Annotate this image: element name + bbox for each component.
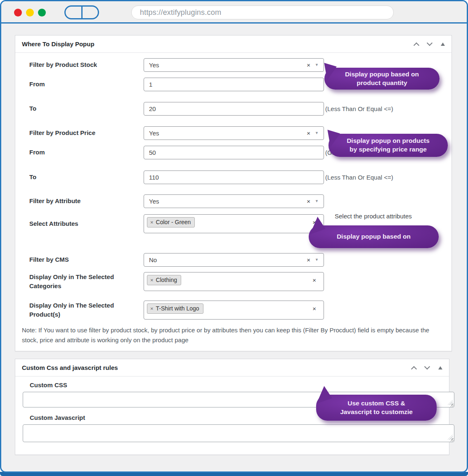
field-label: Filter by Product Stock [29,60,144,70]
tooltip-line: Javascript to customzie [340,408,413,417]
field-label: From [29,80,144,89]
filter-by-product-price-select[interactable]: Yes × ▼ [144,126,324,140]
move-down-icon[interactable] [427,40,433,46]
panel-controls [412,366,442,370]
field-hint: (Less Than Or Equal <=) [325,174,393,181]
field-hint: Select the product attributes [335,213,412,220]
screenshot-root: https://extifyplugins.com Where To Displ… [0,0,468,476]
tooltip-price-range: Display popup on products by specifying … [329,134,448,157]
selected-category-chip: × Clothing [147,275,181,285]
filter-by-cms-select[interactable]: No × ▼ [144,253,324,267]
collapse-panel-icon[interactable] [441,43,445,46]
select-value: Yes [149,198,159,205]
stock-to-input[interactable] [144,102,324,116]
price-to-input[interactable] [144,171,324,184]
stock-from-input[interactable] [144,78,324,91]
tooltip-line: Display popup based on [337,232,411,241]
tooltip-attributes: Display popup based on [309,225,439,248]
select-value: No [149,256,157,263]
back-button[interactable] [66,7,83,18]
tooltip-line: product quantity [357,79,407,88]
field-hint: (Less Than Or Equal <=) [325,105,393,112]
field-label: Filter by CMS [29,255,144,265]
browser-chrome: https://extifyplugins.com [1,1,467,24]
caret-down-icon: ▼ [315,131,319,135]
chip-label: T-Shirt with Logo [156,305,199,312]
selected-attribute-chip: × Color - Green [147,217,195,227]
clear-icon[interactable]: × [307,198,310,205]
move-down-icon[interactable] [424,364,430,369]
field-label: To [29,173,144,182]
remove-chip-icon[interactable]: × [150,305,154,312]
chip-label: Clothing [156,277,177,283]
tooltip-line: by specifying price range [350,145,427,154]
forward-button[interactable] [83,7,98,18]
move-up-icon[interactable] [414,42,419,48]
panel-title: Custom Css and javascript rules [22,364,118,371]
panel-header: Custom Css and javascript rules [15,359,449,377]
field-label: Filter by Attribute [29,197,144,206]
maximize-window-icon[interactable] [38,9,46,17]
selected-categories-multiselect[interactable]: × Clothing × [144,272,324,291]
caret-down-icon: ▼ [315,63,319,67]
select-value: Yes [149,62,159,69]
price-from-input[interactable] [144,146,324,159]
select-attributes-multiselect[interactable]: × Color - Green × [144,214,324,233]
panel-controls [414,42,445,46]
form-row: To (Less Than Or Equal <=) [22,102,444,116]
move-up-icon[interactable] [411,366,417,372]
tooltip-product-quantity: Display popup based on product quantity [324,68,440,90]
form-row: Display Only in The Selected Categories … [22,272,444,291]
collapse-panel-icon[interactable] [438,366,442,369]
clear-icon[interactable]: × [307,62,310,69]
panel-header: Where To Display Popup [15,36,451,53]
selected-product-chip: × T-Shirt with Logo [147,303,203,314]
filter-by-attribute-select[interactable]: Yes × ▼ [144,194,324,208]
filter-by-product-stock-select[interactable]: Yes × ▼ [144,58,324,72]
chip-label: Color - Green [156,219,191,225]
minimize-window-icon[interactable] [26,9,34,17]
textarea-wrapper [23,424,454,442]
browser-window: https://extifyplugins.com Where To Displ… [0,0,468,473]
select-value: Yes [149,130,159,137]
form-row: Display Only in The Selected Product(s) … [22,301,444,320]
close-window-icon[interactable] [14,9,22,17]
clear-icon[interactable]: × [307,256,310,263]
remove-chip-icon[interactable]: × [150,277,154,283]
remove-chip-icon[interactable]: × [150,219,154,225]
tooltip-custom-css: Use custom CSS & Javascript to customzie [316,395,437,421]
tooltip-line: Display popup based on [345,70,419,79]
traffic-lights [14,9,46,17]
field-label: From [29,148,144,157]
field-label: To [29,104,144,114]
selected-products-multiselect[interactable]: × T-Shirt with Logo × [144,301,324,320]
url-bar[interactable]: https://extifyplugins.com [131,5,394,19]
back-forward-buttons [64,5,99,19]
caret-down-icon: ▼ [315,258,319,262]
field-label: Custom CSS [30,381,449,388]
field-label: Select Attributes [29,219,144,229]
clear-icon[interactable]: × [312,277,316,284]
clear-icon[interactable]: × [312,305,316,312]
field-label: Display Only in The Selected Categories [29,272,144,291]
panel-title: Where To Display Popup [22,40,95,47]
field-label: Display Only in The Selected Product(s) [29,301,144,320]
form-row: To (Less Than Or Equal <=) [22,171,444,184]
custom-javascript-textarea[interactable] [23,424,454,442]
form-row: Filter by CMS No × ▼ [22,253,444,267]
clear-icon[interactable]: × [307,130,310,137]
field-label: Filter by Product Price [29,128,144,138]
panel-body: Filter by Product Stock Yes × ▼ From [15,53,451,351]
tooltip-line: Use custom CSS & [347,399,405,408]
caret-down-icon: ▼ [315,199,319,203]
tooltip-line: Display popup on products [347,137,430,145]
form-row: Filter by Attribute Yes × ▼ [22,194,444,208]
panel-note: Note: If You want to use filter by produ… [22,325,437,345]
url-text: https://extifyplugins.com [140,8,221,17]
